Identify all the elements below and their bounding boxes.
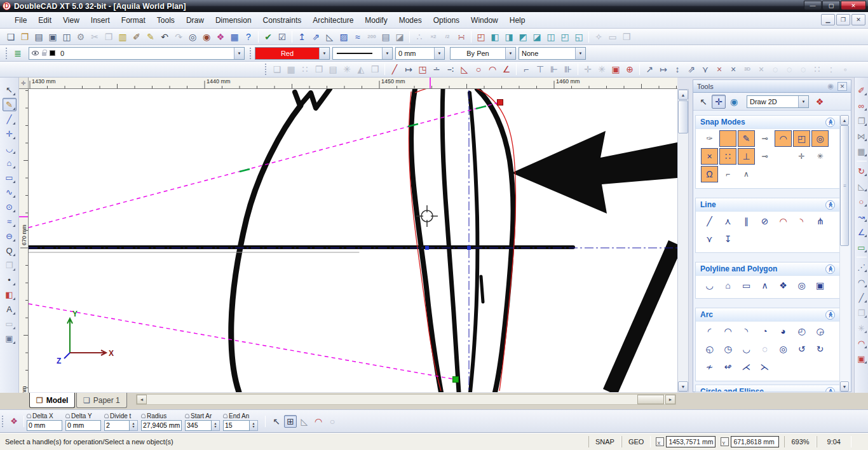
line-tangent-arc[interactable]: ◠ xyxy=(775,213,792,229)
knife-eraser[interactable]: ◪ xyxy=(393,31,406,43)
menu-view[interactable]: View xyxy=(57,12,85,28)
print-preview[interactable]: ◫ xyxy=(60,31,73,43)
snap-blank[interactable] xyxy=(719,130,736,147)
lock-field-icon[interactable] xyxy=(223,414,227,418)
line-parallel[interactable]: ∥ xyxy=(738,213,755,229)
radius-input[interactable]: 27,9405 mm xyxy=(141,420,182,431)
lock-field-icon[interactable] xyxy=(104,414,109,418)
snap-angle[interactable]: ∧ xyxy=(738,166,755,182)
polygon[interactable]: ⌂ xyxy=(719,277,736,294)
print-area[interactable]: ▣ xyxy=(609,63,622,76)
section-header[interactable]: Snap Modes≫ xyxy=(696,116,839,129)
line-segment[interactable]: ╱ xyxy=(701,213,718,229)
line-multi[interactable]: ⋔ xyxy=(811,213,829,229)
lock-field-icon[interactable] xyxy=(65,414,70,418)
tab-model[interactable]: ❒ Model xyxy=(29,393,75,408)
draw-line[interactable]: ╱ xyxy=(388,63,401,76)
snap-perpendicular[interactable]: ⊥ xyxy=(738,148,755,165)
snap-apparent[interactable]: × xyxy=(727,63,740,76)
sketch-line-tool[interactable]: ╱ xyxy=(855,291,868,304)
pen-color-combo[interactable]: Red ▼ xyxy=(255,47,330,60)
dropdown-arrow-icon[interactable]: ▼ xyxy=(575,48,585,59)
scroll-down-button[interactable]: ▼ xyxy=(678,381,688,392)
snap-extension[interactable]: ⌐ xyxy=(719,166,736,182)
scroll-right-button[interactable]: ► xyxy=(665,395,675,404)
dot-tool[interactable]: • xyxy=(3,273,17,287)
wall-bricks[interactable]: ▤ xyxy=(379,31,392,43)
panel-snap-toggle[interactable]: ✛ xyxy=(712,95,726,109)
canvas-vertical-scrollbar[interactable]: ▲ ▼ xyxy=(677,89,689,392)
collapse-chevron-icon[interactable]: ≫ xyxy=(825,310,835,320)
edit-note[interactable]: ✎ xyxy=(144,31,157,43)
snap-radial[interactable]: ✳ xyxy=(811,148,829,165)
panel-palette-flyout[interactable]: ❖ xyxy=(813,95,827,109)
menu-modify[interactable]: Modify xyxy=(359,12,393,28)
minimize-button[interactable]: — xyxy=(804,1,822,10)
dropdown-arrow-icon[interactable]: ▼ xyxy=(798,96,808,107)
lock-field-icon[interactable] xyxy=(185,414,189,418)
panel-scroll-thumb[interactable]: ≡ xyxy=(840,125,849,246)
panel-select-arrow[interactable]: ↖ xyxy=(696,95,710,109)
dropdown-arrow-icon[interactable]: ▼ xyxy=(319,48,329,59)
snap-vertex[interactable]: ✎ xyxy=(738,130,755,147)
line-tool[interactable]: ╱ xyxy=(3,112,17,126)
link-chain-tool[interactable]: ∞ xyxy=(855,99,868,112)
bound-select-tool[interactable]: ▭ xyxy=(855,241,868,254)
text-tool[interactable]: A xyxy=(3,303,17,316)
angle-measure[interactable]: ⇗ xyxy=(309,31,322,43)
coordinate-system[interactable]: ↥ xyxy=(295,31,308,43)
section-header[interactable]: Arc≫ xyxy=(696,308,839,322)
mdi-restore-button[interactable]: ❐ xyxy=(836,14,850,25)
close-button[interactable]: ✕ xyxy=(841,1,866,10)
rectangle-tool[interactable]: ▭ xyxy=(3,171,17,184)
select-arrow-tool[interactable]: ↖ xyxy=(3,83,17,97)
image-tool[interactable]: ▣ xyxy=(3,332,17,345)
zoom-level[interactable]: 693% xyxy=(784,436,816,447)
dropdown-arrow-icon[interactable]: ▼ xyxy=(434,48,444,59)
text-q-tool[interactable]: Q xyxy=(3,244,17,257)
line-angular[interactable]: ⋏ xyxy=(719,213,736,229)
fit-curve-tool[interactable]: ◠ xyxy=(855,276,868,289)
construction-double[interactable]: ⊪ xyxy=(562,63,574,76)
draw-angle[interactable]: ∠ xyxy=(500,63,513,76)
arc-center-angle[interactable]: ◷ xyxy=(719,341,736,357)
view-right[interactable]: ◫ xyxy=(545,31,557,43)
line-to[interactable]: ↦ xyxy=(402,63,415,76)
arc-center-chord[interactable]: ◡ xyxy=(738,341,755,357)
menu-architecture[interactable]: Architecture xyxy=(307,12,359,28)
arc-segment-button[interactable]: ◠ xyxy=(312,415,325,428)
pin-icon[interactable]: ◉ xyxy=(827,82,834,90)
y-coordinate-field[interactable]: 671,8618 mm xyxy=(731,436,779,447)
collapse-chevron-icon[interactable]: ≫ xyxy=(825,118,835,127)
hscroll-thumb[interactable] xyxy=(637,395,664,404)
fillet-tool[interactable]: ∠ xyxy=(855,226,868,238)
menu-insert[interactable]: Insert xyxy=(85,12,116,28)
snap-pointer[interactable]: ✑ xyxy=(701,130,718,147)
menu-edit[interactable]: Edit xyxy=(32,12,57,28)
arc-chord[interactable]: ◌ xyxy=(756,341,773,357)
section-header[interactable]: Circle and Ellipse≫ xyxy=(696,385,839,392)
snap-on-line[interactable]: ⊸ xyxy=(756,130,773,147)
eraser-tool[interactable]: ✐ xyxy=(855,84,868,97)
drawing-canvas[interactable]: Y X Z xyxy=(29,89,677,392)
end-angle-spinner[interactable]: ▲▼ xyxy=(250,420,258,431)
arc-ccw[interactable]: ↺ xyxy=(793,341,810,357)
arc-3point[interactable]: ◴ xyxy=(793,323,810,339)
draw-pencil-tool[interactable]: ✎ xyxy=(3,98,17,111)
snap-intersection-2[interactable]: × xyxy=(713,63,726,76)
delta-y-input[interactable]: 0 mm xyxy=(65,420,101,431)
scroll-left-button[interactable]: ◄ xyxy=(137,395,147,404)
print[interactable]: ▣ xyxy=(46,31,59,43)
menu-tools[interactable]: Tools xyxy=(151,12,180,28)
undo[interactable]: ↶ xyxy=(158,31,171,43)
sketch-tool[interactable]: ∿ xyxy=(3,186,17,199)
spline-tool[interactable]: ≈ xyxy=(3,215,17,228)
pointer-mode-button[interactable]: ↖ xyxy=(270,415,283,428)
end-angle-input[interactable]: 15 xyxy=(223,420,250,431)
poly-3d[interactable]: ❖ xyxy=(775,277,792,294)
arc-tangent[interactable]: ◝ xyxy=(738,323,755,339)
layer-combo[interactable]: 0 ▼ xyxy=(29,47,245,60)
inspector-palette-icon[interactable]: ❖ xyxy=(8,415,20,428)
arc-rotated[interactable]: ◶ xyxy=(811,323,829,339)
array-tool[interactable]: ▦ xyxy=(855,145,868,158)
